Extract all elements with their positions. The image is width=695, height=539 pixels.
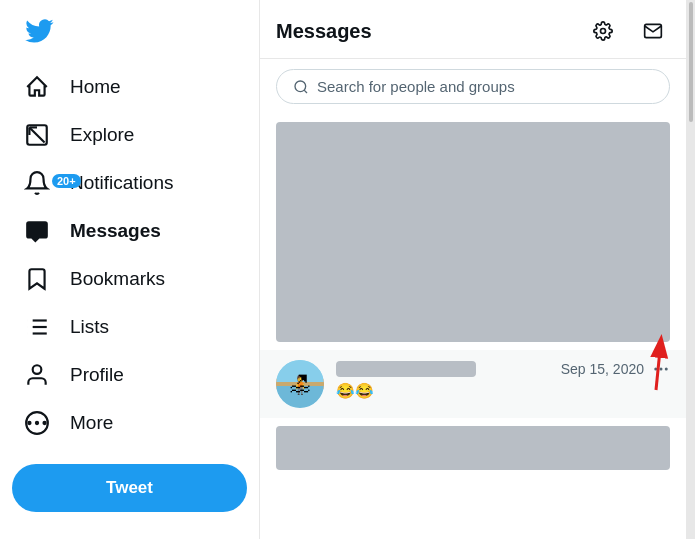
explore-icon	[24, 122, 50, 148]
scrollbar-track[interactable]	[687, 0, 695, 539]
more-icon	[24, 410, 50, 436]
conversation-item[interactable]: 🧍 Sep 15, 2020 😂😂	[260, 350, 686, 418]
conversation-top-row: Sep 15, 2020	[336, 360, 670, 378]
sidebar-item-notifications[interactable]: 20+ Notifications	[12, 160, 247, 206]
more-options-button[interactable]	[652, 360, 670, 378]
sidebar-item-lists[interactable]: Lists	[12, 304, 247, 350]
conversation-date: Sep 15, 2020	[561, 361, 644, 377]
bookmarks-icon	[24, 266, 50, 292]
sidebar-item-label: Explore	[70, 124, 134, 146]
sidebar-item-label: Bookmarks	[70, 268, 165, 290]
conversation-preview: 😂😂	[336, 382, 670, 400]
messages-icon	[24, 218, 50, 244]
svg-line-17	[304, 90, 307, 93]
conversation-content: Sep 15, 2020 😂😂	[336, 360, 670, 400]
sidebar-item-label: Notifications	[70, 172, 174, 194]
sidebar-item-label: Home	[70, 76, 121, 98]
sidebar-item-label: Profile	[70, 364, 124, 386]
sidebar-item-label: Messages	[70, 220, 161, 242]
notification-badge: 20+	[52, 174, 81, 188]
notifications-icon: 20+	[24, 170, 50, 196]
conversation-meta: Sep 15, 2020	[561, 360, 670, 378]
sidebar: Home Explore 20+ Notifications Messages	[0, 0, 260, 539]
scrollbar-thumb[interactable]	[689, 2, 693, 122]
search-bar[interactable]: Search for people and groups	[276, 69, 670, 104]
sidebar-item-messages[interactable]: Messages	[12, 208, 247, 254]
sidebar-item-explore[interactable]: Explore	[12, 112, 247, 158]
svg-point-16	[295, 81, 306, 92]
home-icon	[24, 74, 50, 100]
svg-point-11	[36, 422, 38, 424]
profile-icon	[24, 362, 50, 388]
page-title: Messages	[276, 20, 372, 43]
sidebar-item-label: More	[70, 412, 113, 434]
sender-name-placeholder	[336, 361, 476, 377]
settings-button[interactable]	[586, 14, 620, 48]
placeholder-image-block	[276, 122, 670, 342]
header-actions	[586, 14, 670, 48]
sidebar-item-profile[interactable]: Profile	[12, 352, 247, 398]
svg-point-10	[33, 365, 42, 374]
svg-point-20	[665, 368, 668, 371]
svg-point-19	[660, 368, 663, 371]
messages-header: Messages	[260, 0, 686, 59]
placeholder-bottom-block	[276, 426, 670, 470]
lists-icon	[24, 314, 50, 340]
sidebar-item-more[interactable]: More	[12, 400, 247, 446]
messages-list[interactable]: 🧍 Sep 15, 2020 😂😂	[260, 114, 686, 539]
main-panel: Messages Search for people and groups	[260, 0, 687, 539]
twitter-logo[interactable]	[12, 8, 247, 58]
search-placeholder-text: Search for people and groups	[317, 78, 515, 95]
svg-point-15	[601, 29, 606, 34]
svg-point-18	[654, 368, 657, 371]
svg-point-13	[28, 422, 30, 424]
compose-button[interactable]	[636, 14, 670, 48]
svg-point-12	[44, 422, 46, 424]
search-icon	[293, 79, 309, 95]
sidebar-item-bookmarks[interactable]: Bookmarks	[12, 256, 247, 302]
tweet-button[interactable]: Tweet	[12, 464, 247, 512]
sidebar-item-label: Lists	[70, 316, 109, 338]
avatar: 🧍	[276, 360, 324, 408]
sidebar-item-home[interactable]: Home	[12, 64, 247, 110]
svg-line-0	[29, 127, 44, 142]
